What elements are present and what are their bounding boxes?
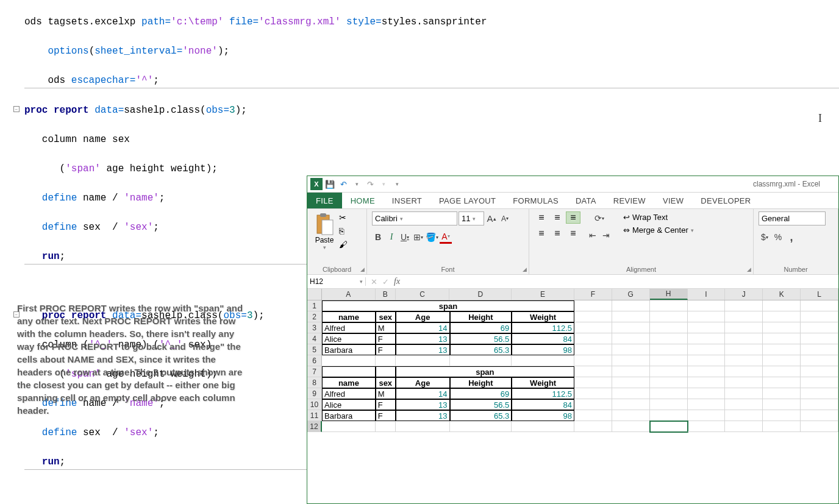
percent-button[interactable]: % — [772, 230, 784, 244]
cell[interactable] — [763, 333, 801, 344]
cell[interactable]: Height — [450, 377, 512, 388]
cell[interactable] — [688, 311, 726, 322]
cell[interactable] — [688, 388, 726, 399]
cell[interactable] — [801, 344, 838, 355]
cell[interactable]: M — [376, 322, 396, 333]
cell[interactable] — [574, 377, 612, 388]
cell[interactable] — [574, 311, 612, 322]
number-format-combo[interactable]: General — [759, 211, 826, 225]
cell[interactable] — [512, 421, 574, 432]
cell[interactable]: 84 — [512, 399, 574, 410]
orientation-button[interactable]: ⟳▾ — [587, 211, 612, 225]
decrease-font-icon[interactable]: A▾ — [499, 212, 511, 225]
cell[interactable]: 14 — [396, 322, 450, 333]
cell[interactable] — [612, 333, 650, 344]
cell[interactable] — [688, 410, 726, 421]
cell[interactable] — [763, 311, 801, 322]
cell[interactable] — [612, 399, 650, 410]
wrap-text-button[interactable]: ↩Wrap Text — [623, 213, 694, 222]
cell[interactable]: 98 — [512, 344, 574, 355]
cell[interactable] — [688, 377, 726, 388]
row-header[interactable]: 7 — [307, 366, 322, 377]
ribbon-tab-insert[interactable]: INSERT — [384, 193, 430, 208]
cell[interactable] — [574, 421, 612, 432]
cell[interactable] — [396, 355, 450, 366]
cell[interactable] — [612, 421, 650, 432]
currency-button[interactable]: $▾ — [759, 230, 771, 244]
row-header[interactable]: 1 — [307, 300, 322, 311]
row-header[interactable]: 5 — [307, 344, 322, 355]
font-name-combo[interactable]: Calibri▾ — [372, 211, 457, 225]
cell[interactable] — [763, 410, 801, 421]
cell[interactable] — [801, 366, 838, 377]
cell[interactable] — [688, 366, 726, 377]
cell[interactable] — [763, 322, 801, 333]
cell[interactable]: Alice — [322, 333, 376, 344]
col-header-A[interactable]: A — [322, 289, 376, 300]
cell[interactable] — [322, 355, 376, 366]
cell[interactable] — [574, 300, 612, 311]
copy-icon[interactable]: ⎘ — [339, 226, 348, 236]
cell[interactable] — [725, 399, 763, 410]
cell[interactable]: 65.3 — [450, 410, 512, 421]
cell[interactable] — [612, 300, 650, 311]
increase-font-icon[interactable]: A▴ — [485, 212, 498, 225]
cell[interactable] — [763, 377, 801, 388]
cell[interactable]: Barbara — [322, 344, 376, 355]
font-size-combo[interactable]: 11▾ — [459, 211, 484, 225]
row-header[interactable]: 3 — [307, 322, 322, 333]
cell[interactable]: Barbara — [322, 410, 376, 421]
cell[interactable] — [650, 344, 688, 355]
cancel-formula-icon[interactable]: ✕ — [371, 277, 377, 286]
cell[interactable]: 69 — [450, 322, 512, 333]
cell[interactable] — [650, 322, 688, 333]
cell[interactable] — [574, 344, 612, 355]
cell[interactable] — [763, 300, 801, 311]
cell[interactable] — [650, 399, 688, 410]
cell[interactable] — [688, 399, 726, 410]
cell[interactable] — [396, 421, 450, 432]
align-left-icon[interactable]: ≡ — [534, 227, 549, 240]
cell[interactable] — [650, 377, 688, 388]
comma-button[interactable]: , — [785, 230, 798, 244]
col-header-L[interactable]: L — [801, 289, 838, 300]
ribbon-tab-review[interactable]: REVIEW — [605, 193, 654, 208]
cell[interactable] — [801, 311, 838, 322]
dialog-launcher-icon[interactable]: ◢ — [360, 266, 365, 272]
cell[interactable]: 13 — [396, 399, 450, 410]
dialog-launcher-icon[interactable]: ◢ — [523, 266, 527, 272]
cell[interactable] — [801, 322, 838, 333]
cell[interactable]: Height — [450, 311, 512, 322]
cell[interactable]: name — [322, 311, 376, 322]
cell[interactable] — [688, 355, 726, 366]
cell[interactable]: 65.3 — [450, 344, 512, 355]
col-header-H[interactable]: H — [650, 289, 688, 300]
cell[interactable]: 13 — [396, 333, 450, 344]
row-header[interactable]: 12 — [307, 421, 322, 432]
cell[interactable] — [450, 421, 512, 432]
align-bottom-icon[interactable]: ≡ — [566, 211, 580, 224]
cell[interactable]: 69 — [450, 388, 512, 399]
fx-icon[interactable]: fx — [394, 277, 400, 286]
cell[interactable]: 13 — [396, 344, 450, 355]
row-header[interactable]: 6 — [307, 355, 322, 366]
cell[interactable] — [725, 300, 763, 311]
col-header-I[interactable]: I — [688, 289, 726, 300]
cell[interactable]: 98 — [512, 410, 574, 421]
cell[interactable]: span — [322, 300, 574, 311]
cell[interactable]: Age — [396, 311, 450, 322]
cell[interactable] — [801, 388, 838, 399]
ribbon-tab-view[interactable]: VIEW — [654, 193, 692, 208]
align-right-icon[interactable]: ≡ — [566, 227, 580, 240]
cell[interactable]: 13 — [396, 410, 450, 421]
cell[interactable] — [574, 355, 612, 366]
cell[interactable]: Weight — [512, 311, 574, 322]
bold-button[interactable]: B — [372, 230, 384, 244]
cell[interactable]: F — [376, 344, 396, 355]
cell[interactable] — [376, 366, 396, 377]
cell[interactable] — [763, 355, 801, 366]
cell[interactable]: span — [396, 366, 574, 377]
cell[interactable] — [450, 355, 512, 366]
cell[interactable] — [801, 355, 838, 366]
cell[interactable] — [612, 410, 650, 421]
